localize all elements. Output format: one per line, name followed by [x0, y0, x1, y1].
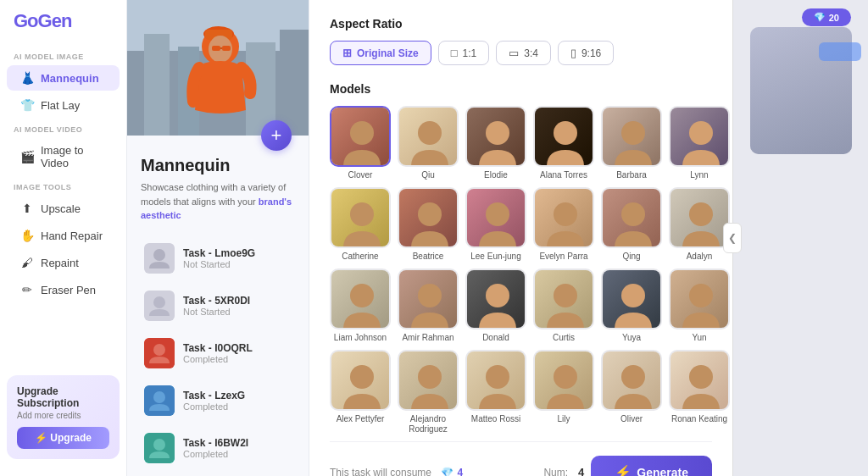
task-thumb-4 [144, 385, 175, 416]
model-card-clover[interactable]: Clover [330, 106, 391, 180]
svg-point-14 [153, 249, 165, 261]
task-status-2: Not Started [183, 307, 292, 317]
model-name-alana-torres: Alana Torres [540, 170, 587, 180]
model-card-beatrice[interactable]: Beatrice [398, 187, 459, 262]
model-photo-liam-johnson [330, 268, 391, 329]
task-item-3[interactable]: Task - I0OQRL Completed [137, 331, 298, 375]
svg-point-22 [153, 439, 165, 451]
task-status-1: Not Started [183, 259, 292, 269]
svg-point-50 [418, 284, 442, 307]
svg-rect-2 [144, 34, 170, 136]
num-label: Num: [543, 467, 568, 477]
bottom-bar: This task will consume 💎 4 Num: 4 ⚡ Gene… [330, 441, 712, 476]
sidebar-item-video-label: Image to Video [41, 144, 106, 169]
model-name-yuya: Yuya [622, 333, 641, 343]
svg-point-52 [486, 284, 509, 307]
model-card-curtis[interactable]: Curtis [533, 268, 594, 343]
sidebar-item-flat-lay[interactable]: 👕 Flat Lay [7, 92, 120, 118]
model-card-ronan-keating[interactable]: Ronan Keating [669, 350, 730, 434]
task-thumb-3 [144, 338, 175, 368]
panel-title: Mannequin [141, 156, 295, 175]
model-photo-clover [330, 106, 391, 167]
section-label-image-tools: IMAGE TOOLS [0, 176, 126, 195]
right-panel: ❮ [732, 0, 868, 476]
aspect-ratio-row: ⊞ Original Size □ 1:1 ▭ 3:4 ▯ 9:16 [330, 41, 712, 65]
ar-3-4-label: 3:4 [524, 47, 538, 59]
add-image-button[interactable]: + [261, 120, 292, 151]
section-label-model-video: AI MODEL VIDEO [0, 119, 126, 137]
model-name-matteo-rossi: Matteo Rossi [471, 414, 520, 424]
model-card-alana-torres[interactable]: Alana Torres [533, 106, 594, 180]
sidebar-item-repaint[interactable]: 🖌 Repaint [7, 250, 120, 275]
ar-1-1-label: 1:1 [463, 47, 477, 59]
ar-9-16[interactable]: ▯ 9:16 [558, 41, 614, 65]
model-card-alejandro-rodriguez[interactable]: Alejandro Rodriguez [398, 350, 459, 434]
model-card-catherine[interactable]: Catherine [330, 187, 391, 262]
ar-3-4[interactable]: ▭ 3:4 [496, 41, 551, 65]
models-title: Models [330, 82, 712, 96]
model-card-liam-johnson[interactable]: Liam Johnson [330, 268, 391, 343]
model-card-oliver[interactable]: Oliver [601, 350, 662, 434]
sidebar-item-eraser-pen[interactable]: ✏ Eraser Pen [7, 277, 120, 302]
model-photo-alex-pettyfer [330, 350, 391, 411]
svg-point-70 [689, 365, 713, 389]
model-card-evelyn-parra[interactable]: Evelyn Parra [533, 187, 594, 262]
svg-point-40 [486, 202, 509, 226]
sidebar-item-image-to-video[interactable]: 🎬 Image to Video [7, 138, 120, 175]
svg-point-16 [153, 296, 165, 308]
model-name-evelyn-parra: Evelyn Parra [539, 252, 587, 262]
model-card-barbara[interactable]: Barbara [601, 106, 662, 180]
model-photo-amir-rahman [398, 268, 459, 329]
sidebar-item-mannequin[interactable]: 👗 Mannequin [7, 65, 120, 91]
model-photo-adalyn [669, 187, 730, 248]
sidebar-item-hand-repair[interactable]: ✋ Hand Repair [7, 223, 120, 248]
model-photo-yuya [601, 268, 662, 329]
task-name-4: Task - LzexG [183, 390, 292, 401]
generate-label: Generate [637, 466, 688, 477]
model-photo-lynn [669, 106, 730, 167]
task-item-5[interactable]: Task - I6BW2I Completed [137, 426, 298, 470]
model-card-adalyn[interactable]: Adalyn [669, 187, 730, 262]
task-name-5: Task - I6BW2I [183, 437, 292, 449]
center-panel: Aspect Ratio ⊞ Original Size □ 1:1 ▭ 3:4… [309, 0, 732, 476]
ratio-9-16-icon: ▯ [570, 47, 576, 59]
model-card-elodie[interactable]: Elodie [465, 106, 526, 180]
upgrade-button[interactable]: ⚡ Upgrade [17, 427, 109, 449]
svg-point-64 [486, 365, 509, 389]
sidebar-item-upscale[interactable]: ⬆ Upscale [7, 196, 120, 221]
generate-button[interactable]: ⚡ Generate [591, 456, 712, 476]
sidebar-item-repaint-label: Repaint [41, 257, 79, 269]
ratio-3-4-icon: ▭ [509, 47, 519, 59]
task-item-1[interactable]: Task - Lmoe9G Not Started [137, 236, 298, 280]
task-status-3: Completed [183, 354, 292, 364]
model-photo-matteo-rossi [465, 350, 526, 411]
task-item-2[interactable]: Task - 5XR0DI Not Started [137, 284, 298, 328]
model-card-amir-rahman[interactable]: Amir Rahman [398, 268, 459, 343]
svg-point-46 [689, 202, 713, 226]
task-item-4[interactable]: Task - LzexG Completed [137, 379, 298, 423]
model-card-matteo-rossi[interactable]: Matteo Rossi [465, 350, 526, 434]
model-card-lily[interactable]: Lily [533, 350, 594, 434]
task-status-4: Completed [183, 401, 292, 412]
model-card-qing[interactable]: Qing [601, 187, 662, 262]
model-card-alex-pettyfer[interactable]: Alex Pettyfer [330, 350, 391, 434]
model-photo-ronan-keating [669, 350, 730, 411]
task-thumb-5 [144, 433, 175, 463]
model-card-yuya[interactable]: Yuya [601, 268, 662, 343]
model-card-qiu[interactable]: Qiu [398, 106, 459, 180]
model-photo-elodie [465, 106, 526, 167]
model-card-yun[interactable]: Yun [669, 268, 730, 343]
svg-rect-11 [222, 46, 231, 51]
ar-1-1[interactable]: □ 1:1 [438, 41, 490, 65]
model-name-amir-rahman: Amir Rahman [402, 333, 453, 343]
model-card-lynn[interactable]: Lynn [669, 106, 730, 180]
model-card-donald[interactable]: Donald [465, 268, 526, 343]
sidebar-item-upscale-label: Upscale [41, 202, 81, 215]
svg-point-20 [153, 391, 165, 403]
svg-point-68 [621, 365, 645, 389]
ar-original-size[interactable]: ⊞ Original Size [330, 41, 431, 65]
collapse-button[interactable]: ❮ [723, 223, 742, 253]
model-card-lee-eun-jung[interactable]: Lee Eun-jung [465, 187, 526, 262]
model-photo-oliver [601, 350, 662, 411]
right-action-button [819, 42, 861, 61]
